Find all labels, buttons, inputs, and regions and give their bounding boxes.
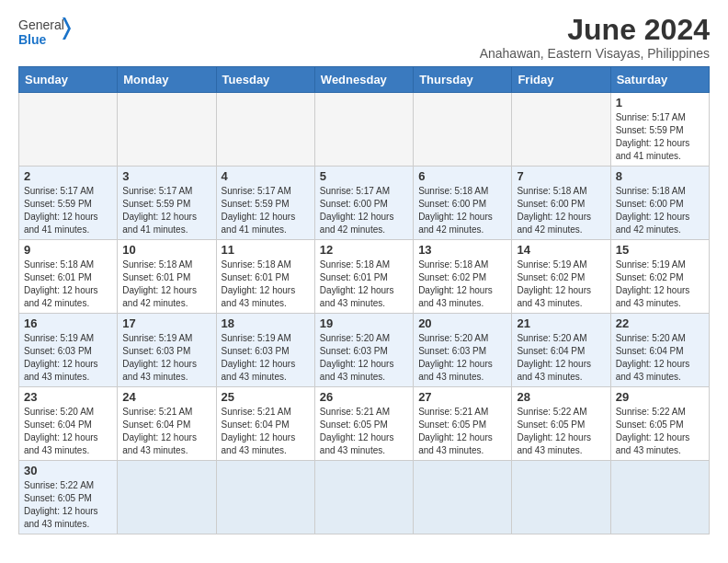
calendar-cell: 27Sunrise: 5:21 AMSunset: 6:05 PMDayligh… bbox=[414, 387, 512, 461]
calendar-cell: 6Sunrise: 5:18 AMSunset: 6:00 PMDaylight… bbox=[414, 167, 512, 240]
calendar-cell: 18Sunrise: 5:19 AMSunset: 6:03 PMDayligh… bbox=[216, 314, 314, 387]
calendar-cell bbox=[414, 461, 512, 534]
day-number: 19 bbox=[320, 316, 408, 330]
calendar-cell: 29Sunrise: 5:22 AMSunset: 6:05 PMDayligh… bbox=[610, 387, 709, 461]
day-number: 14 bbox=[517, 243, 605, 257]
generalblue-logo-icon: General Blue bbox=[18, 15, 74, 52]
weekday-header-friday: Friday bbox=[512, 67, 610, 93]
day-info: Sunrise: 5:18 AMSunset: 6:01 PMDaylight:… bbox=[24, 259, 112, 310]
calendar-cell bbox=[19, 93, 118, 167]
weekday-header-tuesday: Tuesday bbox=[216, 67, 314, 93]
day-number: 10 bbox=[122, 243, 210, 257]
calendar-cell bbox=[512, 93, 610, 167]
calendar-cell: 17Sunrise: 5:19 AMSunset: 6:03 PMDayligh… bbox=[118, 314, 216, 387]
calendar-cell: 24Sunrise: 5:21 AMSunset: 6:04 PMDayligh… bbox=[118, 387, 216, 461]
calendar-cell: 30Sunrise: 5:22 AMSunset: 6:05 PMDayligh… bbox=[19, 461, 118, 534]
day-number: 17 bbox=[122, 316, 210, 330]
day-info: Sunrise: 5:18 AMSunset: 6:00 PMDaylight:… bbox=[418, 185, 506, 236]
day-info: Sunrise: 5:18 AMSunset: 6:02 PMDaylight:… bbox=[418, 259, 506, 310]
day-info: Sunrise: 5:18 AMSunset: 6:00 PMDaylight:… bbox=[517, 185, 605, 236]
calendar-cell: 11Sunrise: 5:18 AMSunset: 6:01 PMDayligh… bbox=[216, 240, 314, 314]
calendar-cell: 14Sunrise: 5:19 AMSunset: 6:02 PMDayligh… bbox=[512, 240, 610, 314]
day-number: 16 bbox=[24, 316, 112, 330]
calendar-cell: 22Sunrise: 5:20 AMSunset: 6:04 PMDayligh… bbox=[610, 314, 709, 387]
calendar-cell: 21Sunrise: 5:20 AMSunset: 6:04 PMDayligh… bbox=[512, 314, 610, 387]
day-number: 21 bbox=[517, 316, 605, 330]
day-info: Sunrise: 5:20 AMSunset: 6:03 PMDaylight:… bbox=[320, 332, 408, 384]
day-number: 4 bbox=[222, 169, 310, 183]
calendar-cell: 16Sunrise: 5:19 AMSunset: 6:03 PMDayligh… bbox=[19, 314, 118, 387]
calendar-cell bbox=[414, 93, 512, 167]
day-number: 6 bbox=[418, 169, 506, 183]
calendar-week-row: 16Sunrise: 5:19 AMSunset: 6:03 PMDayligh… bbox=[19, 314, 710, 387]
calendar-cell bbox=[216, 93, 314, 167]
svg-text:General: General bbox=[18, 17, 64, 32]
day-number: 7 bbox=[517, 169, 605, 183]
calendar-week-row: 2Sunrise: 5:17 AMSunset: 5:59 PMDaylight… bbox=[19, 167, 710, 240]
calendar-cell: 7Sunrise: 5:18 AMSunset: 6:00 PMDaylight… bbox=[512, 167, 610, 240]
day-info: Sunrise: 5:20 AMSunset: 6:04 PMDaylight:… bbox=[616, 332, 704, 384]
day-info: Sunrise: 5:19 AMSunset: 6:03 PMDaylight:… bbox=[122, 332, 210, 384]
calendar-cell: 1Sunrise: 5:17 AMSunset: 5:59 PMDaylight… bbox=[610, 93, 709, 167]
day-info: Sunrise: 5:17 AMSunset: 6:00 PMDaylight:… bbox=[320, 185, 408, 236]
day-info: Sunrise: 5:17 AMSunset: 5:59 PMDaylight:… bbox=[616, 111, 704, 163]
day-info: Sunrise: 5:20 AMSunset: 6:04 PMDaylight:… bbox=[517, 332, 605, 384]
calendar-cell: 15Sunrise: 5:19 AMSunset: 6:02 PMDayligh… bbox=[610, 240, 709, 314]
day-info: Sunrise: 5:19 AMSunset: 6:03 PMDaylight:… bbox=[24, 332, 112, 384]
calendar-cell bbox=[314, 93, 413, 167]
day-number: 22 bbox=[616, 316, 704, 330]
calendar-cell bbox=[216, 461, 314, 534]
calendar-cell bbox=[610, 461, 709, 534]
day-info: Sunrise: 5:21 AMSunset: 6:05 PMDaylight:… bbox=[418, 406, 506, 457]
day-info: Sunrise: 5:19 AMSunset: 6:02 PMDaylight:… bbox=[616, 259, 704, 310]
day-number: 29 bbox=[616, 390, 704, 404]
day-info: Sunrise: 5:20 AMSunset: 6:04 PMDaylight:… bbox=[24, 406, 112, 457]
day-info: Sunrise: 5:21 AMSunset: 6:04 PMDaylight:… bbox=[122, 406, 210, 457]
day-info: Sunrise: 5:18 AMSunset: 6:01 PMDaylight:… bbox=[122, 259, 210, 310]
calendar-cell: 23Sunrise: 5:20 AMSunset: 6:04 PMDayligh… bbox=[19, 387, 118, 461]
day-number: 2 bbox=[24, 169, 112, 183]
day-info: Sunrise: 5:18 AMSunset: 6:01 PMDaylight:… bbox=[222, 259, 310, 310]
day-number: 15 bbox=[616, 243, 704, 257]
calendar-cell bbox=[512, 461, 610, 534]
day-number: 11 bbox=[222, 243, 310, 257]
day-info: Sunrise: 5:20 AMSunset: 6:03 PMDaylight:… bbox=[418, 332, 506, 384]
calendar-cell: 8Sunrise: 5:18 AMSunset: 6:00 PMDaylight… bbox=[610, 167, 709, 240]
day-number: 23 bbox=[24, 390, 112, 404]
calendar-cell bbox=[118, 93, 216, 167]
calendar-cell: 19Sunrise: 5:20 AMSunset: 6:03 PMDayligh… bbox=[314, 314, 413, 387]
logo: General Blue bbox=[18, 15, 74, 52]
calendar-cell bbox=[314, 461, 413, 534]
day-info: Sunrise: 5:18 AMSunset: 6:00 PMDaylight:… bbox=[616, 185, 704, 236]
calendar-cell: 3Sunrise: 5:17 AMSunset: 5:59 PMDaylight… bbox=[118, 167, 216, 240]
calendar-cell: 20Sunrise: 5:20 AMSunset: 6:03 PMDayligh… bbox=[414, 314, 512, 387]
day-info: Sunrise: 5:18 AMSunset: 6:01 PMDaylight:… bbox=[320, 259, 408, 310]
day-info: Sunrise: 5:22 AMSunset: 6:05 PMDaylight:… bbox=[24, 479, 112, 531]
day-info: Sunrise: 5:19 AMSunset: 6:02 PMDaylight:… bbox=[517, 259, 605, 310]
page-header: General Blue June 2024 Anahawan, Eastern… bbox=[18, 15, 710, 61]
weekday-header-wednesday: Wednesday bbox=[314, 67, 413, 93]
day-number: 1 bbox=[616, 96, 704, 109]
day-info: Sunrise: 5:21 AMSunset: 6:05 PMDaylight:… bbox=[320, 406, 408, 457]
day-number: 18 bbox=[222, 316, 310, 330]
calendar-week-row: 23Sunrise: 5:20 AMSunset: 6:04 PMDayligh… bbox=[19, 387, 710, 461]
day-info: Sunrise: 5:17 AMSunset: 5:59 PMDaylight:… bbox=[222, 185, 310, 236]
weekday-header-saturday: Saturday bbox=[610, 67, 709, 93]
calendar-cell: 9Sunrise: 5:18 AMSunset: 6:01 PMDaylight… bbox=[19, 240, 118, 314]
day-info: Sunrise: 5:22 AMSunset: 6:05 PMDaylight:… bbox=[517, 406, 605, 457]
title-area: June 2024 Anahawan, Eastern Visayas, Phi… bbox=[480, 15, 710, 61]
svg-text:Blue: Blue bbox=[18, 32, 47, 47]
day-number: 20 bbox=[418, 316, 506, 330]
month-title: June 2024 bbox=[480, 15, 710, 44]
calendar-cell: 25Sunrise: 5:21 AMSunset: 6:04 PMDayligh… bbox=[216, 387, 314, 461]
day-info: Sunrise: 5:22 AMSunset: 6:05 PMDaylight:… bbox=[616, 406, 704, 457]
day-number: 25 bbox=[222, 390, 310, 404]
day-number: 26 bbox=[320, 390, 408, 404]
calendar-cell: 26Sunrise: 5:21 AMSunset: 6:05 PMDayligh… bbox=[314, 387, 413, 461]
day-number: 13 bbox=[418, 243, 506, 257]
day-number: 28 bbox=[517, 390, 605, 404]
weekday-header-row: SundayMondayTuesdayWednesdayThursdayFrid… bbox=[19, 67, 710, 93]
weekday-header-sunday: Sunday bbox=[19, 67, 118, 93]
calendar-cell: 10Sunrise: 5:18 AMSunset: 6:01 PMDayligh… bbox=[118, 240, 216, 314]
day-number: 5 bbox=[320, 169, 408, 183]
